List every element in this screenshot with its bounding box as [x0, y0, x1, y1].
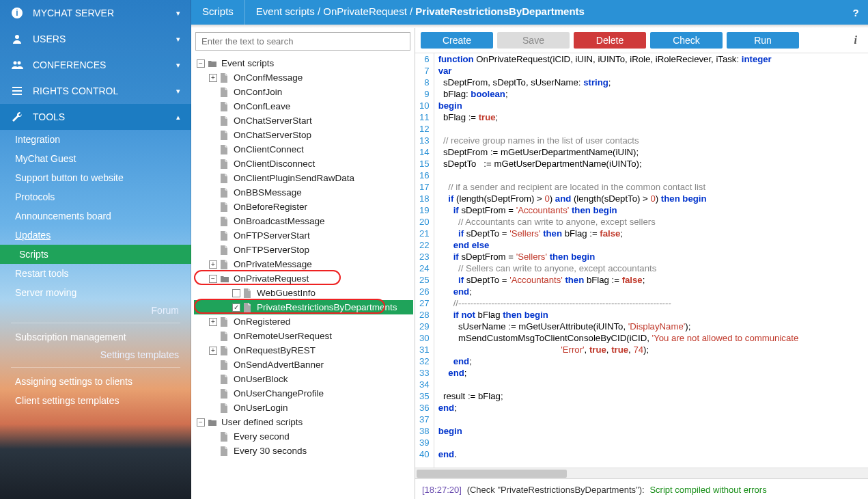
sidebar-item-scripts[interactable]: Scripts	[0, 245, 191, 264]
expand-toggle[interactable]: −	[197, 59, 205, 68]
wrench-icon	[11, 111, 26, 123]
check-button[interactable]: Check	[650, 32, 723, 49]
crumb: Event scripts	[256, 5, 315, 17]
save-button[interactable]: Save	[497, 32, 570, 49]
nav-conferences[interactable]: CONFERENCES ▾	[0, 52, 191, 78]
tree-label: User defined scripts	[221, 417, 303, 427]
subscription-management[interactable]: Subscription management	[0, 327, 191, 347]
nav-rights-control[interactable]: RIGHTS CONTROL ▾	[0, 78, 191, 104]
tree-item[interactable]: OnUserBlock	[194, 372, 413, 386]
scrollbar-thumb[interactable]	[417, 470, 567, 478]
script-tree[interactable]: −Event scripts+OnConfMessageOnConfJoinOn…	[191, 53, 415, 499]
chevron-down-icon: ▾	[176, 87, 180, 96]
tree-item[interactable]: OnBroadcastMessage	[194, 214, 413, 228]
sidebar-item-server-moving[interactable]: Server moving	[0, 283, 191, 302]
forum-link[interactable]: Forum	[0, 302, 191, 319]
tree-item[interactable]: OnClientPluginSendRawData	[194, 171, 413, 185]
info-icon[interactable]: i	[849, 34, 863, 46]
file-icon	[220, 432, 231, 442]
tree-item[interactable]: OnSendAdvertBanner	[194, 358, 413, 372]
tree-label: OnPrivateMessage	[234, 259, 312, 269]
chevron-down-icon: ▾	[176, 61, 180, 70]
nav-tools[interactable]: TOOLS ▴	[0, 104, 191, 130]
tree-label: OnClientDisconnect	[234, 159, 315, 169]
sidebar-item-support-button-to-website[interactable]: Support button to website	[0, 168, 191, 187]
sidebar-item-protocols[interactable]: Protocols	[0, 187, 191, 206]
tree-item[interactable]: OnConfLeave	[194, 99, 413, 113]
tree-item[interactable]: OnClientConnect	[194, 142, 413, 157]
tree-item[interactable]: +OnConfMessage	[194, 70, 413, 85]
expand-toggle[interactable]: +	[209, 318, 217, 326]
expand-toggle[interactable]: +	[209, 347, 217, 355]
expand-toggle[interactable]: −	[197, 418, 205, 427]
nav-mychat-server[interactable]: i MYCHAT SERVER ▾	[0, 0, 191, 26]
tree-item[interactable]: OnConfJoin	[194, 85, 413, 99]
user-icon	[11, 33, 26, 45]
nav-users[interactable]: USERS ▾	[0, 26, 191, 52]
nav-label: TOOLS	[33, 111, 176, 122]
search-input[interactable]	[195, 32, 410, 51]
tree-item[interactable]: −OnPrivateRequest	[194, 271, 413, 286]
tree-label: PrivateRestrictionsByDepartments	[257, 302, 397, 312]
tree-item[interactable]: +OnRegistered	[194, 314, 413, 329]
code-content[interactable]: function OnPrivateRequest(iCID, iUIN, iU…	[434, 53, 868, 468]
tree-label: OnConfMessage	[234, 72, 303, 83]
expand-toggle[interactable]: +	[209, 74, 217, 82]
svg-rect-7	[12, 94, 22, 95]
tree-item[interactable]: −User defined scripts	[194, 415, 413, 429]
crumb: OnPrivateRequest	[323, 5, 407, 17]
tree-item[interactable]: OnBBSMessage	[194, 185, 413, 200]
tree-item[interactable]: +OnRequestByREST	[194, 343, 413, 358]
tree-label: OnBroadcastMessage	[234, 216, 325, 226]
tree-item[interactable]: OnClientDisconnect	[194, 157, 413, 171]
line-gutter: 6789101112131415161718192021222324252627…	[415, 53, 434, 468]
output-console: [18:27:20] (Check "PrivateRestrictionsBy…	[415, 478, 868, 499]
sidebar-item-updates[interactable]: Updates	[0, 226, 191, 245]
tree-item[interactable]: OnFTPServerStop	[194, 243, 413, 257]
client-settings-templates[interactable]: Client settings templates	[0, 391, 191, 410]
tree-item[interactable]: OnChatServerStart	[194, 113, 413, 128]
code-editor[interactable]: 6789101112131415161718192021222324252627…	[415, 53, 868, 468]
folder-icon	[220, 275, 231, 283]
horizontal-scrollbar[interactable]	[415, 468, 868, 478]
tree-item[interactable]: Every 30 seconds	[194, 444, 413, 458]
tree-item[interactable]: OnBeforeRegister	[194, 200, 413, 214]
tree-item[interactable]: OnChatServerStop	[194, 128, 413, 142]
file-icon	[220, 116, 231, 126]
sidebar-item-mychat-guest[interactable]: MyChat Guest	[0, 149, 191, 168]
tree-item[interactable]: ✓PrivateRestrictionsByDepartments	[194, 300, 413, 314]
console-message: Script compiled without errors	[649, 485, 766, 495]
expand-toggle[interactable]: −	[209, 275, 217, 283]
settings-templates-header: Settings templates	[0, 347, 191, 363]
expand-toggle[interactable]: +	[209, 260, 217, 269]
run-button[interactable]: Run	[727, 32, 799, 49]
svg-rect-5	[12, 87, 22, 88]
svg-point-2	[15, 35, 19, 39]
checkbox[interactable]: ✓	[232, 304, 240, 312]
tree-item[interactable]: WebGuestInfo	[194, 286, 413, 300]
tree-item[interactable]: +OnPrivateMessage	[194, 257, 413, 271]
checkbox[interactable]	[232, 289, 240, 297]
tree-item[interactable]: OnUserLogin	[194, 401, 413, 415]
nav-label: RIGHTS CONTROL	[33, 85, 176, 96]
separator	[11, 323, 180, 323]
file-icon	[220, 332, 231, 341]
help-button[interactable]: ?	[843, 0, 868, 25]
assigning-settings[interactable]: Assigning settings to clients	[0, 372, 191, 391]
create-button[interactable]: Create	[421, 32, 493, 49]
tree-item[interactable]: OnUserChangeProfile	[194, 386, 413, 401]
tree-item[interactable]: OnFTPServerStart	[194, 228, 413, 243]
tree-label: OnRegistered	[234, 316, 290, 327]
delete-button[interactable]: Delete	[574, 32, 646, 49]
tree-label: OnSendAdvertBanner	[234, 360, 324, 370]
tree-label: OnFTPServerStop	[234, 245, 309, 255]
tree-label: Every 30 seconds	[234, 446, 307, 456]
sidebar-item-integration[interactable]: Integration	[0, 130, 191, 149]
tree-item[interactable]: OnRemoteUserRequest	[194, 329, 413, 343]
sidebar-item-announcements-board[interactable]: Announcements board	[0, 206, 191, 226]
page-title: Scripts	[191, 0, 245, 25]
tree-label: OnBeforeRegister	[234, 202, 307, 212]
tree-item[interactable]: −Event scripts	[194, 56, 413, 70]
sidebar-item-restart-tools[interactable]: Restart tools	[0, 264, 191, 283]
tree-item[interactable]: Every second	[194, 429, 413, 444]
